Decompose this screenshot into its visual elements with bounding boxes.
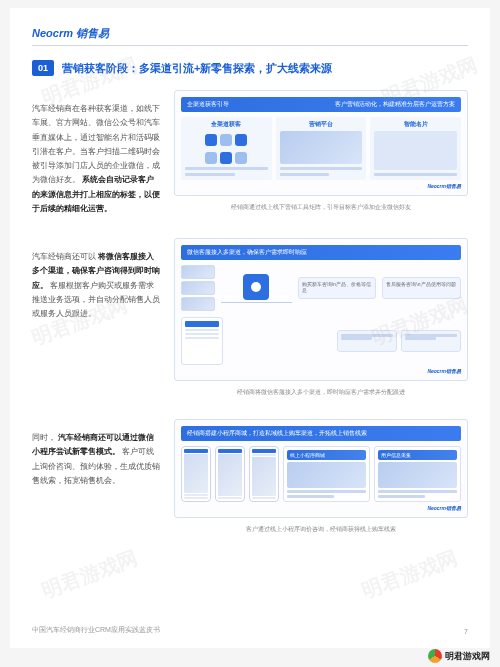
fig2-bubble-1: 购买新车咨询\n产品、价格等信息: [298, 277, 377, 299]
site-watermark-logo: 明君游戏网: [428, 649, 490, 663]
phone-mock: [215, 446, 245, 502]
fig1-header-left: 全渠道获客引导: [187, 100, 229, 109]
section-title: 营销获客阶段：多渠道引流+新零售探索，扩大线索来源: [62, 61, 332, 76]
chat-mock: [181, 317, 223, 365]
fig1-panel-3: 智能名片: [370, 117, 461, 180]
phone-mock: [249, 446, 279, 502]
mock-line: [405, 337, 436, 340]
car-image: [378, 462, 457, 488]
row2-p1a: 汽车经销商还可以: [32, 252, 96, 261]
phone-image: [218, 454, 242, 496]
chat-line: [185, 337, 219, 339]
channel-thumb: [181, 265, 215, 279]
mock-chart: [280, 131, 363, 164]
figure-1-header: 全渠道获客引导 客户营销活动化，构建精准分层客户运营方案: [181, 97, 461, 112]
car-image: [287, 462, 366, 488]
mock-card: [374, 131, 457, 170]
fig3-card2-header: 用户信息采集: [378, 450, 457, 460]
fig3-card1-header: 线上小程序商城: [287, 450, 366, 460]
figure-2: 微信客服接入多渠道，确保客户需求即时响应 购买新车咨询\n产品、价格等信息 售后…: [174, 238, 468, 381]
fig3-header: 经销商搭建小程序商城，打造私域线上购车渠道，开拓线上销售线索: [187, 429, 367, 438]
row2-figure-col: 微信客服接入多渠道，确保客户需求即时响应 购买新车咨询\n产品、价格等信息 售后…: [174, 238, 468, 397]
mock-line: [287, 495, 334, 498]
channel-icon: [220, 134, 232, 146]
fig3-card-1: 线上小程序商城: [283, 446, 370, 502]
mock-line: [185, 167, 268, 170]
fig1-panel-2: 营销平台: [276, 117, 367, 180]
fig2-info-box: [337, 330, 397, 352]
channel-icon: [235, 134, 247, 146]
row1-p1: 汽车经销商在各种获客渠道，如线下车展、官方网站、微信公众号和汽车垂直媒体上，通过…: [32, 104, 160, 184]
brand-header: Neocrm 销售易: [32, 26, 468, 46]
row2-text: 汽车经销商还可以 将微信客服接入多个渠道，确保客户咨询得到即时响应。 客服根据客…: [32, 238, 160, 321]
mock-line: [378, 490, 457, 493]
figure-1: 全渠道获客引导 客户营销活动化，构建精准分层客户运营方案 全渠道获客: [174, 90, 468, 196]
fig3-card-2: 用户信息采集: [374, 446, 461, 502]
fig2-info-box: [401, 330, 461, 352]
figure-2-header: 微信客服接入多渠道，确保客户需求即时响应: [181, 245, 461, 260]
phone-line: [252, 454, 276, 456]
mock-line: [374, 173, 457, 176]
mock-line: [287, 490, 366, 493]
fig2-bubble-2: 售后服务咨询\n产品使用等问题: [382, 277, 461, 299]
mock-line: [378, 495, 425, 498]
figure-1-body: 全渠道获客: [181, 117, 461, 180]
fig1-panel2-title: 营销平台: [280, 121, 363, 128]
phone-mock: [181, 446, 211, 502]
content-row-1: 汽车经销商在各种获客渠道，如线下车展、官方网站、微信公众号和汽车垂直媒体上，通过…: [32, 90, 468, 216]
channel-icon: [205, 134, 217, 146]
section-number-badge: 01: [32, 60, 54, 76]
chat-line: [185, 329, 219, 331]
phone-header: [252, 449, 276, 453]
mock-line: [280, 173, 330, 176]
page-number: 7: [464, 628, 468, 635]
figure-3: 经销商搭建小程序商城，打造私域线上购车渠道，开拓线上销售线索: [174, 419, 468, 518]
mock-line: [341, 337, 372, 340]
fig1-panel1-title: 全渠道获客: [185, 121, 268, 128]
figure-3-header: 经销商搭建小程序商城，打造私域线上购车渠道，开拓线上销售线索: [181, 426, 461, 441]
row3-figure-col: 经销商搭建小程序商城，打造私域线上购车渠道，开拓线上销售线索: [174, 419, 468, 534]
phone-line: [218, 497, 242, 499]
phone-header: [218, 449, 242, 453]
site-watermark-label: 明君游戏网: [445, 650, 490, 663]
fig1-header-right: 客户营销活动化，构建精准分层客户运营方案: [335, 100, 455, 109]
footer-title: 中国汽车经销商行业CRM应用实践蓝皮书: [32, 625, 160, 635]
mock-line: [185, 173, 235, 176]
figure-3-caption: 客户通过线上小程序询价咨询，经销商获得线上购车线索: [174, 525, 468, 534]
phone-line: [252, 497, 276, 499]
channel-icon: [235, 152, 247, 164]
channel-thumb: [181, 297, 215, 311]
mock-line: [280, 167, 363, 170]
figure-2-caption: 经销商将微信客服接入多个渠道，即时响应客户需求并分配跟进: [174, 388, 468, 397]
figure-brand: Neocrm销售易: [181, 368, 461, 374]
section-header: 01 营销获客阶段：多渠道引流+新零售探索，扩大线索来源: [32, 60, 468, 76]
figure-brand: Neocrm销售易: [181, 183, 461, 189]
figure-brand: Neocrm销售易: [181, 505, 461, 511]
row2-p1b: 客服根据客户购买或服务需求推送业务选项，并自动分配销售人员或服务人员跟进。: [32, 281, 160, 319]
channel-icon: [205, 152, 217, 164]
phone-image: [252, 457, 276, 496]
content-row-3: 同时， 汽车经销商还可以通过微信小程序尝试新零售模式。 客户可线上询价咨询、预约…: [32, 419, 468, 534]
agent-avatar-icon: [243, 274, 269, 300]
watermark-text: 明君游戏网: [38, 545, 141, 605]
fig1-panel-1: 全渠道获客: [181, 117, 272, 180]
row1-text: 汽车经销商在各种获客渠道，如线下车展、官方网站、微信公众号和汽车垂直媒体上，通过…: [32, 90, 160, 216]
figure-1-caption: 经销商通过线上线下营销工具矩阵，引导目标客户添加企业微信好友: [174, 203, 468, 212]
fig2-thumbnails: [181, 265, 215, 311]
chat-header: [185, 321, 219, 327]
phone-line: [184, 494, 208, 496]
fig2-header: 微信客服接入多渠道，确保客户需求即时响应: [187, 248, 307, 257]
row3-text: 同时， 汽车经销商还可以通过微信小程序尝试新零售模式。 客户可线上询价咨询、预约…: [32, 419, 160, 488]
phone-header: [184, 449, 208, 453]
mock-icons: [185, 152, 268, 164]
flow-line: [221, 302, 292, 303]
fig1-panel3-title: 智能名片: [374, 121, 457, 128]
chat-line: [185, 333, 219, 335]
channel-icon: [220, 152, 232, 164]
row1-figure-col: 全渠道获客引导 客户营销活动化，构建精准分层客户运营方案 全渠道获客: [174, 90, 468, 212]
fig2-center: [221, 274, 292, 303]
fig2-top-row: 购买新车咨询\n产品、价格等信息 售后服务咨询\n产品使用等问题: [181, 265, 461, 311]
document-page: Neocrm 销售易 01 营销获客阶段：多渠道引流+新零售探索，扩大线索来源 …: [10, 8, 490, 648]
mock-icons: [185, 134, 268, 146]
watermark-text: 明君游戏网: [358, 545, 461, 605]
